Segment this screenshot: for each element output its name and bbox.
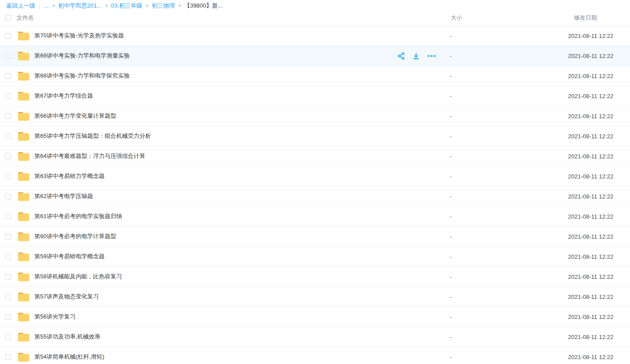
row-checkbox[interactable] (5, 93, 11, 99)
row-checkbox[interactable] (5, 153, 11, 159)
file-modified-date: 2021-08-11 12:22 (568, 334, 630, 340)
table-row[interactable]: 第59讲中考易错电学概念题 (0, 247, 630, 267)
table-row[interactable]: 第67讲中考力学综合题 (0, 86, 630, 106)
folder-name-link[interactable]: 第70讲中考实验-光学及热学实验题 (34, 32, 448, 40)
row-checkbox[interactable] (5, 174, 11, 179)
row-checkbox[interactable] (5, 53, 11, 59)
folder-icon (18, 352, 29, 362)
column-header-filename[interactable]: 文件名 (17, 14, 448, 22)
row-checkbox[interactable] (5, 314, 11, 320)
row-actions (398, 52, 436, 60)
file-modified-date: 2021-08-11 12:22 (568, 33, 630, 39)
folder-name-link[interactable]: 第67讲中考力学综合题 (34, 92, 448, 100)
folder-icon (18, 91, 29, 101)
folder-icon (18, 332, 29, 342)
table-row[interactable]: 第62讲中考电学压轴题 (0, 186, 630, 207)
breadcrumb-link[interactable]: 03.初三年级 (111, 2, 142, 9)
file-modified-date: 2021-08-11 12:22 (568, 314, 630, 320)
folder-name-link[interactable]: 第68讲中考实验-力学和电学探究实验 (34, 72, 448, 80)
file-modified-date: 2021-08-11 12:22 (568, 193, 630, 200)
table-row[interactable]: 第58讲机械能及内能，比热容复习 (0, 267, 630, 287)
table-row[interactable]: 第64讲中考最难题型：浮力与压强综合计算 (0, 146, 630, 166)
folder-name-link[interactable]: 第57讲声及物态变化复习 (34, 293, 448, 301)
folder-icon (18, 212, 29, 221)
folder-icon (18, 232, 29, 241)
folder-icon (18, 51, 29, 61)
table-row[interactable]: 第61讲中考必考的电学实验题归纳 (0, 207, 630, 227)
folder-name-link[interactable]: 第55讲功及功率,机械效率 (34, 333, 448, 341)
file-list: 第70讲中考实验-光学及热学实验题 (0, 26, 630, 364)
row-checkbox[interactable] (5, 133, 11, 139)
file-size: - (448, 93, 568, 99)
table-row[interactable]: 第68讲中考实验-力学和电学探究实验 (0, 66, 630, 86)
table-row[interactable]: 第56讲光学复习 (0, 307, 630, 327)
folder-name-link[interactable]: 第56讲光学复习 (34, 313, 448, 321)
row-checkbox[interactable] (5, 334, 11, 340)
file-modified-date: 2021-08-11 12:22 (568, 113, 630, 120)
row-checkbox[interactable] (5, 274, 11, 280)
file-size: - (448, 133, 568, 140)
row-checkbox[interactable] (5, 234, 11, 240)
row-checkbox[interactable] (5, 214, 11, 219)
table-row[interactable]: 第57讲声及物态变化复习 (0, 287, 630, 307)
table-row[interactable]: 第66讲中考力学变化量计算题型 (0, 106, 630, 126)
folder-icon (18, 112, 29, 121)
breadcrumb-back-link[interactable]: 返回上一级 (6, 2, 35, 9)
file-modified-date: 2021-08-11 12:22 (568, 73, 630, 79)
table-row[interactable]: 第54讲简单机械(杠杆,滑轮) (0, 347, 630, 364)
file-size: - (448, 173, 568, 180)
table-row[interactable]: 第63讲中考易错力学概念题 (0, 166, 630, 186)
breadcrumb-link[interactable]: 初三物理 (152, 2, 175, 9)
folder-name-link[interactable]: 第58讲机械能及内能，比热容复习 (34, 273, 448, 281)
folder-name-link[interactable]: 第60讲中考必考的电学计算题型 (34, 232, 448, 240)
download-icon[interactable] (412, 52, 420, 60)
select-all-checkbox[interactable] (5, 15, 11, 21)
folder-icon (18, 172, 29, 181)
file-size: - (448, 294, 568, 300)
file-size: - (448, 354, 568, 360)
table-row[interactable]: 第69讲中考实验-力学和电学测量实验 (0, 46, 630, 66)
folder-name-link[interactable]: 第63讲中考易错力学概念题 (34, 172, 448, 180)
file-size: - (448, 314, 568, 320)
file-modified-date: 2021-08-11 12:22 (568, 93, 630, 99)
row-checkbox[interactable] (5, 294, 11, 300)
file-size: - (448, 113, 568, 120)
folder-name-link[interactable]: 第62讲中考电学压轴题 (34, 192, 448, 200)
row-checkbox[interactable] (5, 194, 11, 199)
table-row[interactable]: 第60讲中考必考的电学计算题型 (0, 227, 630, 247)
column-header-modified-date[interactable]: 修改日期 (568, 14, 630, 22)
breadcrumb-link[interactable]: 初中学而思201... (58, 2, 102, 9)
file-modified-date: 2021-08-11 12:22 (568, 233, 630, 240)
breadcrumb-separator: > (145, 2, 149, 9)
row-checkbox[interactable] (5, 113, 11, 119)
row-checkbox[interactable] (5, 73, 11, 79)
folder-icon (18, 252, 29, 261)
table-row[interactable]: 第55讲功及功率,机械效率 (0, 327, 630, 347)
file-size: - (448, 273, 568, 280)
folder-name-link[interactable]: 第69讲中考实验-力学和电学测量实验 (34, 52, 398, 60)
folder-name-link[interactable]: 第54讲简单机械(杠杆,滑轮) (34, 353, 448, 361)
column-header-size[interactable]: 大小 (448, 14, 568, 22)
folder-name-link[interactable]: 第65讲中考力学压轴题型：组合机械受力分析 (34, 132, 448, 140)
share-icon[interactable] (398, 52, 405, 60)
row-checkbox[interactable] (5, 254, 11, 260)
file-modified-date: 2021-08-11 12:22 (568, 213, 630, 220)
folder-name-link[interactable]: 第61讲中考必考的电学实验题归纳 (34, 212, 448, 220)
row-checkbox[interactable] (5, 33, 11, 39)
table-row[interactable]: 第65讲中考力学压轴题型：组合机械受力分析 (0, 126, 630, 146)
file-size: - (448, 53, 568, 59)
folder-name-link[interactable]: 第66讲中考力学变化量计算题型 (34, 112, 448, 120)
more-icon[interactable] (427, 52, 436, 60)
breadcrumb-link[interactable]: ... (44, 2, 49, 9)
file-size: - (448, 33, 568, 39)
table-row[interactable]: 第70讲中考实验-光学及热学实验题 (0, 26, 630, 46)
breadcrumb-separator: > (52, 2, 55, 9)
folder-icon (18, 312, 29, 322)
folder-name-link[interactable]: 第64讲中考最难题型：浮力与压强综合计算 (34, 152, 448, 160)
file-modified-date: 2021-08-11 12:22 (568, 153, 630, 160)
folder-name-link[interactable]: 第59讲中考易错电学概念题 (34, 252, 448, 261)
breadcrumb-separator: > (105, 2, 108, 9)
file-modified-date: 2021-08-11 12:22 (568, 133, 630, 140)
row-checkbox[interactable] (5, 354, 11, 360)
folder-icon (18, 272, 29, 281)
